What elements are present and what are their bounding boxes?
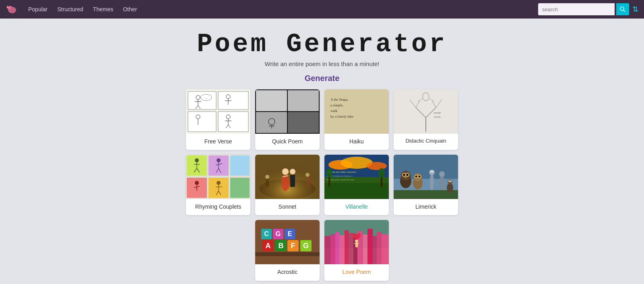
page-title: Poem Generator (0, 30, 644, 59)
card-love-poem[interactable]: Love Poem (324, 220, 389, 280)
card-image-quick-poem (255, 89, 320, 134)
sort-button[interactable]: ⇅ (632, 5, 638, 14)
svg-point-66 (195, 181, 199, 185)
card-didactic-cinquain[interactable]: simple words... Didactic Cinquain (394, 89, 458, 150)
card-free-verse[interactable]: ... Free Verse (186, 89, 250, 150)
svg-text:B: B (279, 242, 284, 250)
card-image-rhyming-couplets (186, 155, 250, 199)
svg-point-28 (268, 118, 275, 125)
card-haiku[interactable]: A the Stupa, a simple, walk by a lonely … (324, 89, 389, 150)
svg-point-119 (430, 171, 432, 172)
search-input[interactable] (538, 3, 615, 15)
card-image-limerick (394, 155, 458, 199)
svg-point-126 (448, 180, 450, 182)
svg-point-82 (290, 169, 295, 174)
svg-point-120 (432, 171, 433, 172)
svg-point-61 (217, 158, 221, 162)
svg-point-125 (448, 180, 452, 184)
nav-other[interactable]: Other (123, 6, 137, 12)
card-image-free-verse: ... (186, 89, 250, 134)
svg-rect-85 (266, 179, 269, 187)
svg-text:simple: simple (434, 112, 441, 114)
svg-rect-155 (367, 229, 373, 264)
search-button[interactable] (616, 3, 629, 15)
card-label-acrostic: Acrostic (255, 264, 320, 280)
svg-rect-148 (335, 232, 339, 264)
svg-point-87 (306, 176, 311, 188)
poem-grid: ... Free Verse (0, 87, 644, 284)
grid-row-3: A B C G E F (253, 218, 391, 283)
svg-text:A: A (266, 242, 271, 250)
generate-label: Generate (0, 74, 644, 83)
svg-text:walk: walk (330, 109, 338, 113)
svg-rect-154 (363, 234, 367, 264)
page-header: Poem Generator Write an entire poem in l… (0, 19, 644, 87)
card-rhyming-couplets[interactable]: Rhyming Couplets (186, 155, 250, 215)
svg-text:by a lonely lake: by a lonely lake (330, 114, 353, 118)
card-acrostic[interactable]: A B C G E F (255, 220, 320, 280)
card-villanelle[interactable]: Villanella das wildes rauschen... la ter… (324, 155, 389, 215)
search-container: ⇅ (538, 3, 638, 15)
svg-point-121 (440, 175, 444, 191)
logo (6, 2, 19, 17)
svg-point-108 (403, 174, 405, 176)
nav-themes[interactable]: Themes (93, 6, 114, 12)
card-label-rhyming-couplets: Rhyming Couplets (186, 199, 250, 215)
card-label-didactic-cinquain: Didactic Cinquain (394, 134, 458, 149)
grid-row-2: Rhyming Couplets (184, 152, 460, 218)
card-sonnet[interactable]: Sonnet (255, 155, 320, 215)
svg-point-109 (406, 174, 409, 176)
svg-point-78 (282, 168, 289, 175)
svg-rect-149 (339, 235, 345, 264)
svg-rect-146 (324, 236, 330, 264)
nav-popular[interactable]: Popular (28, 6, 47, 12)
svg-text:F: F (291, 242, 295, 250)
card-label-free-verse: Free Verse (186, 134, 250, 150)
svg-point-101 (378, 168, 385, 178)
svg-text:G: G (303, 242, 309, 250)
svg-text:E: E (288, 230, 292, 237)
svg-text:...: ... (205, 97, 207, 99)
svg-point-69 (217, 181, 221, 185)
grid-row-1: ... Free Verse (184, 87, 460, 152)
svg-line-5 (623, 10, 625, 12)
card-image-didactic-cinquain: simple words... (394, 89, 458, 134)
svg-rect-147 (330, 234, 335, 264)
svg-rect-55 (230, 178, 250, 198)
svg-point-86 (305, 173, 310, 177)
card-image-villanelle: Villanella das wildes rauschen... la ter… (324, 155, 389, 199)
svg-rect-156 (373, 236, 377, 264)
svg-point-116 (419, 176, 421, 178)
svg-text:G: G (276, 230, 281, 237)
svg-text:words...: words... (433, 116, 442, 118)
svg-rect-9 (188, 112, 216, 132)
card-label-quick-poem: Quick Poem (255, 134, 320, 150)
card-image-sonnet (255, 155, 320, 199)
card-quick-poem[interactable]: Quick Poem (255, 89, 320, 150)
svg-text:Villanelle poem words flow fre: Villanelle poem words flow free (326, 178, 354, 181)
card-label-love-poem: Love Poem (324, 264, 389, 280)
card-label-villanelle: Villanelle (324, 199, 389, 215)
search-icon (620, 6, 625, 12)
svg-point-84 (265, 175, 269, 179)
nav-structured[interactable]: Structured (57, 6, 83, 12)
card-image-love-poem (324, 220, 389, 264)
card-limerick[interactable]: Limerick (394, 155, 458, 215)
svg-rect-150 (345, 230, 349, 264)
svg-rect-160 (355, 243, 358, 247)
card-label-limerick: Limerick (394, 199, 458, 215)
page-subtitle: Write an entire poem in less than a minu… (0, 60, 644, 67)
svg-point-118 (429, 170, 435, 175)
svg-rect-97 (324, 183, 389, 199)
card-label-sonnet: Sonnet (255, 199, 320, 215)
card-image-acrostic: A B C G E F (255, 220, 320, 264)
svg-rect-151 (349, 233, 353, 264)
navigation: Popular Structured Themes Other ⇅ (0, 0, 644, 19)
svg-point-56 (195, 158, 199, 162)
svg-point-99 (326, 168, 332, 178)
svg-rect-7 (188, 91, 216, 110)
svg-rect-157 (377, 232, 382, 264)
svg-rect-129 (255, 252, 320, 256)
svg-point-117 (430, 173, 434, 191)
svg-text:A the Stupa,: A the Stupa, (330, 97, 348, 102)
